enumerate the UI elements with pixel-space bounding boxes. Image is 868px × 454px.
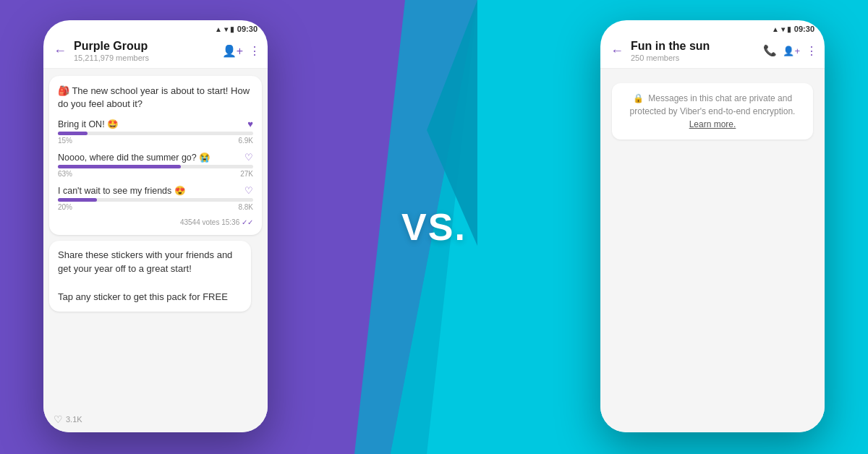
group-name-left: Purple Group — [74, 39, 218, 53]
learn-more-link[interactable]: Learn more. — [689, 119, 736, 129]
phone-left: ▲ ▾ ▮ 09:30 ← Purple Group 15,211,979 me… — [43, 20, 268, 432]
chat-body-left: 🎒 The new school year is about to start!… — [43, 69, 268, 432]
phone-left-body: ▲ ▾ ▮ 09:30 ← Purple Group 15,211,979 me… — [43, 20, 268, 432]
add-user-icon-right[interactable]: 👤+ — [783, 46, 800, 56]
status-bar-left: ▲ ▾ ▮ 09:30 — [43, 20, 268, 35]
message-bubble-left: Share these stickers with your friends a… — [49, 241, 251, 312]
poll-option-1: Bring it ON! 🤩 ♥ 15% 6.9K — [58, 119, 253, 145]
like-count-left: 3.1K — [66, 415, 82, 424]
poll-bar-fill-2 — [58, 165, 181, 168]
member-count-left: 15,211,979 members — [74, 53, 218, 62]
poll-option-2: Noooo, where did the summer go? 😭 ♡ 63% … — [58, 152, 253, 178]
member-count-right: 250 members — [631, 53, 759, 62]
poll-pct-3: 20% — [58, 203, 72, 211]
chat-header-right: ← Fun in the sun 250 members 📞 👤+ ⋮ — [600, 35, 825, 69]
back-button-left[interactable]: ← — [51, 42, 69, 60]
like-area-left: ♡ 3.1K — [54, 414, 82, 425]
poll-bar-bg-1 — [58, 132, 253, 135]
wifi-icon: ▾ — [224, 25, 228, 33]
battery-icon: ▮ — [230, 25, 234, 33]
encryption-notice: 🔒 Messages in this chat are private and … — [612, 83, 813, 140]
phone-right-body: ▲ ▾ ▮ 09:30 ← Fun in the sun 250 members… — [600, 20, 825, 432]
add-user-icon-left[interactable]: 👤+ — [222, 44, 243, 58]
poll-option-2-text: Noooo, where did the summer go? 😭 — [58, 152, 244, 163]
chat-header-left: ← Purple Group 15,211,979 members 👤+ ⋮ — [43, 35, 268, 69]
poll-footer: 43544 votes 15:36 ✓✓ — [58, 218, 253, 226]
poll-like-3[interactable]: ♡ — [244, 185, 253, 196]
time-right: 09:30 — [794, 25, 814, 33]
wifi-icon-right: ▾ — [781, 25, 785, 33]
poll-like-2[interactable]: ♡ — [244, 152, 253, 163]
poll-bar-bg-3 — [58, 198, 253, 202]
poll-count-2: 27K — [240, 170, 253, 178]
phone-right: ▲ ▾ ▮ 09:30 ← Fun in the sun 250 members… — [600, 20, 825, 432]
more-icon-right[interactable]: ⋮ — [806, 44, 817, 58]
poll-option-3: I can't wait to see my friends 😍 ♡ 20% 8… — [58, 185, 253, 211]
encryption-text: Messages in this chat are private and pr… — [630, 93, 796, 116]
header-info-right: Fun in the sun 250 members — [631, 39, 759, 62]
signal-icon-right: ▲ — [772, 25, 779, 33]
status-bar-right: ▲ ▾ ▮ 09:30 — [600, 20, 825, 35]
time-left: 09:30 — [237, 25, 258, 33]
status-icons-right: ▲ ▾ ▮ — [772, 25, 791, 33]
poll-bar-fill-1 — [58, 132, 88, 135]
poll-count-1: 6.9K — [238, 137, 253, 145]
poll-time: 15:36 — [221, 218, 239, 226]
more-icon-left[interactable]: ⋮ — [249, 44, 260, 58]
group-name-right: Fun in the sun — [631, 39, 759, 53]
header-actions-left: 👤+ ⋮ — [222, 44, 260, 58]
back-button-right[interactable]: ← — [608, 42, 626, 60]
battery-icon-right: ▮ — [787, 25, 791, 33]
poll-question: 🎒 The new school year is about to start!… — [58, 85, 253, 111]
poll-bar-fill-3 — [58, 198, 97, 202]
poll-option-3-text: I can't wait to see my friends 😍 — [58, 185, 244, 196]
chat-body-right: 🔒 Messages in this chat are private and … — [600, 69, 825, 432]
header-actions-right: 📞 👤+ ⋮ — [763, 44, 817, 58]
poll-card: 🎒 The new school year is about to start!… — [49, 76, 262, 234]
poll-bar-bg-2 — [58, 165, 253, 168]
status-icons-left: ▲ ▾ ▮ — [215, 25, 234, 33]
header-info-left: Purple Group 15,211,979 members — [74, 39, 218, 62]
poll-read: ✓✓ — [242, 218, 253, 226]
poll-pct-2: 63% — [58, 170, 72, 178]
like-icon-left[interactable]: ♡ — [54, 414, 63, 425]
phone-icon-right[interactable]: 📞 — [763, 44, 777, 57]
poll-count-3: 8.8K — [238, 203, 253, 211]
poll-like-1[interactable]: ♥ — [247, 119, 253, 129]
signal-icon: ▲ — [215, 25, 222, 33]
poll-votes: 43544 votes — [180, 218, 220, 226]
poll-pct-1: 15% — [58, 137, 72, 145]
lock-icon: 🔒 — [633, 93, 644, 103]
poll-option-1-text: Bring it ON! 🤩 — [58, 119, 247, 129]
